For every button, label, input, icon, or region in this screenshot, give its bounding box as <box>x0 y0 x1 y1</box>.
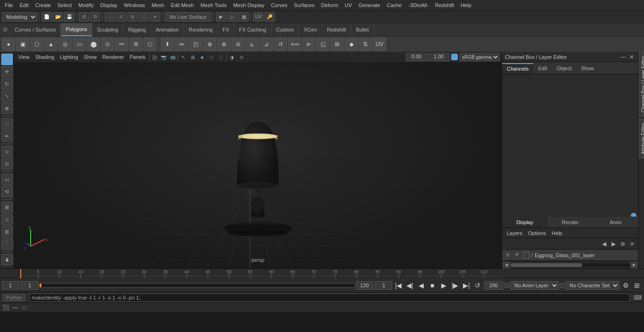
range-end-input[interactable] <box>356 281 373 290</box>
vp-panels-menu[interactable]: Panels <box>127 53 148 61</box>
shelf-tab-rigging[interactable]: Rigging <box>124 23 151 36</box>
show-manipulator-btn[interactable]: ⊞ <box>1 202 13 213</box>
shelf-cylinder-icon[interactable]: ⬡ <box>30 38 43 51</box>
vp-isolate-icon[interactable]: ⊙ <box>237 53 246 61</box>
layers-menu[interactable]: Layers <box>504 229 525 237</box>
menu-mesh-tools[interactable]: Mesh Tools <box>198 1 229 9</box>
menu-mesh[interactable]: Mesh <box>149 1 167 9</box>
pb-go-start-btn[interactable]: |◀ <box>393 280 404 291</box>
status-keyboard-icon[interactable]: ⌨ <box>634 294 641 301</box>
menu-generate[interactable]: Generate <box>355 1 383 9</box>
vp-cam3-icon[interactable]: 📹 <box>168 53 177 61</box>
menu-select[interactable]: Select <box>55 1 75 9</box>
uv-btn[interactable]: UV <box>253 12 264 22</box>
character-set-dropdown[interactable]: No Character Set <box>565 281 619 290</box>
layer-add-icon[interactable]: ▶ <box>609 240 618 248</box>
pb-settings-btn[interactable]: ⚙ <box>620 280 631 291</box>
shelf-settings-icon[interactable]: ⚙ <box>1 26 10 33</box>
menu-mesh-display[interactable]: Mesh Display <box>231 1 267 9</box>
ch-tab-object[interactable]: Object <box>552 64 576 73</box>
menu-modify[interactable]: Modify <box>75 1 96 9</box>
wb-minimize-btn[interactable]: — <box>11 304 19 311</box>
quick-rig-btn[interactable]: ♟ <box>1 254 13 265</box>
menu-curves[interactable]: Curves <box>268 1 290 9</box>
vp-show-menu[interactable]: Show <box>82 53 99 61</box>
vp-shading-menu[interactable]: Shading <box>33 53 57 61</box>
mode-selector[interactable]: Modeling <box>2 12 37 22</box>
vp-rotate-x-input[interactable]: 0.00 <box>406 53 427 61</box>
soft-select-btn[interactable]: ◌ <box>1 118 13 130</box>
menu-edit[interactable]: Edit <box>17 1 32 9</box>
char-set-color[interactable] <box>560 283 564 288</box>
pb-extra-btn[interactable]: ⊞ <box>632 280 642 291</box>
shelf-cube-icon[interactable]: ▣ <box>16 38 29 51</box>
paint-select-btn[interactable]: ⊙ <box>1 158 13 170</box>
wb-maximize-btn[interactable]: □ <box>21 304 28 311</box>
shelf-tab-animation[interactable]: Animation <box>151 23 184 36</box>
viewport-canvas[interactable]: x y z persp <box>14 62 502 268</box>
vp-lighting-menu[interactable]: Lighting <box>58 53 81 61</box>
pb-play-fwd-btn[interactable]: ▶ <box>438 280 449 291</box>
layer-delete-icon[interactable]: ✕ <box>628 240 636 248</box>
rect-select-btn[interactable]: ▭ <box>1 174 13 185</box>
pb-step-back-btn[interactable]: ◀| <box>405 280 415 291</box>
menu-surfaces[interactable]: Surfaces <box>291 1 317 9</box>
shelf-tab-bullet[interactable]: Bullet <box>351 23 374 36</box>
shelf-torus-icon[interactable]: ◎ <box>58 38 72 51</box>
end-frame-display[interactable] <box>375 281 392 290</box>
paint-btn[interactable]: ⊙ <box>127 12 138 22</box>
paint-weights-btn[interactable]: ✏ <box>1 130 13 142</box>
dra-tab-anim[interactable]: Anim <box>593 217 638 227</box>
shelf-bevel-icon[interactable]: ◱ <box>316 38 330 51</box>
layer-color-swatch[interactable] <box>523 252 529 259</box>
shelf-tab-rendering[interactable]: Rendering <box>184 23 218 36</box>
render-btn[interactable]: ▶ <box>216 12 226 22</box>
scroll-thumb[interactable] <box>511 263 582 267</box>
layer-row[interactable]: V P / Eggnog_Glass_001_layer <box>502 250 638 261</box>
snap-curve-btn[interactable]: ⌒ <box>1 238 13 250</box>
rotate-tool-btn[interactable]: ↻ <box>1 78 13 89</box>
command-input[interactable] <box>29 293 630 302</box>
scroll-right-btn[interactable]: ▶ <box>631 262 637 268</box>
vp-xray-icon[interactable]: ◑ <box>228 53 236 61</box>
layer-playback-toggle[interactable]: P <box>513 251 521 259</box>
shelf-tab-curves-surfaces[interactable]: Curves / Surfaces <box>10 23 61 36</box>
lasso-select-btn[interactable]: ⊃ <box>1 146 13 157</box>
shelf-bridge-icon[interactable]: ⇔ <box>175 38 188 51</box>
shelf-flip-icon[interactable]: ⇅ <box>359 38 372 51</box>
menu-display[interactable]: Display <box>98 1 120 9</box>
shelf-extrude-icon[interactable]: ⬆ <box>161 38 174 51</box>
transform-btn[interactable]: ⟲ <box>1 186 13 197</box>
wb-icon-btn[interactable]: ⬛ <box>2 304 9 311</box>
ipr-btn[interactable]: ▷ <box>227 12 238 22</box>
shelf-mirror-icon[interactable]: ⟺ <box>288 38 301 51</box>
pb-play-back-btn[interactable]: ◀ <box>416 280 426 291</box>
attr-btn[interactable]: 🔑 <box>264 12 275 22</box>
universal-manip-btn[interactable]: ⊕ <box>1 103 13 114</box>
scroll-left-btn[interactable]: ◀ <box>503 262 510 268</box>
shelf-remesh-icon[interactable]: ↺ <box>274 38 287 51</box>
live-surface-btn[interactable]: No Live Surface <box>165 12 212 22</box>
pb-stop-btn[interactable]: ■ <box>427 280 438 291</box>
select-tool-btn[interactable]: ↖ <box>1 54 13 65</box>
shelf-tab-redshift[interactable]: Redshift <box>322 23 351 36</box>
vp-renderer-menu[interactable]: Renderer <box>100 53 126 61</box>
layer-options-icon[interactable]: ⊕ <box>619 240 627 248</box>
shelf-tab-polygons[interactable]: Polygons <box>61 23 92 36</box>
vp-view-menu[interactable]: View <box>16 53 32 61</box>
right-panel-minimize-btn[interactable]: — <box>619 53 627 61</box>
dra-tab-display[interactable]: Display <box>502 217 547 227</box>
vp-cam2-icon[interactable]: 📷 <box>159 53 168 61</box>
shelf-tab-fx[interactable]: FX <box>218 23 234 36</box>
menu-help[interactable]: Help <box>458 1 474 9</box>
ch-tab-channels[interactable]: Channels <box>502 63 533 73</box>
menu-file[interactable]: File <box>2 1 16 9</box>
goblet-object[interactable] <box>211 84 305 240</box>
shelf-plane-icon[interactable]: ▭ <box>73 38 86 51</box>
playback-slider[interactable] <box>39 283 355 288</box>
menu-windows[interactable]: Windows <box>121 1 148 9</box>
shelf-merge-icon[interactable]: ◆ <box>345 38 358 51</box>
options-menu[interactable]: Options <box>525 229 549 237</box>
vp-smooth-icon[interactable]: ◌ <box>217 53 225 61</box>
snap-btn[interactable]: ⌖ <box>150 12 160 22</box>
